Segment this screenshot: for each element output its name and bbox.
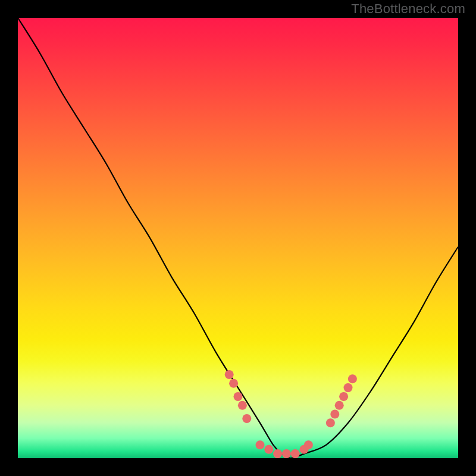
marker-point [242,414,251,423]
marker-point [348,374,357,383]
chart-container: TheBottleneck.com [0,0,476,476]
bottleneck-chart [18,18,458,458]
marker-point [339,392,348,401]
marker-point [282,449,291,458]
marker-point [344,383,353,392]
marker-point [264,445,273,454]
marker-point [304,440,313,449]
marker-point [330,410,339,419]
marker-point [256,440,265,449]
marker-point [273,449,282,458]
marker-point [335,401,344,410]
marker-point [225,370,234,379]
marker-point [229,379,238,388]
marker-point [291,449,300,458]
marker-point [238,401,247,410]
watermark-text: TheBottleneck.com [351,1,465,17]
marker-point [326,418,335,427]
plot-area [18,18,458,458]
marker-point [234,392,243,401]
